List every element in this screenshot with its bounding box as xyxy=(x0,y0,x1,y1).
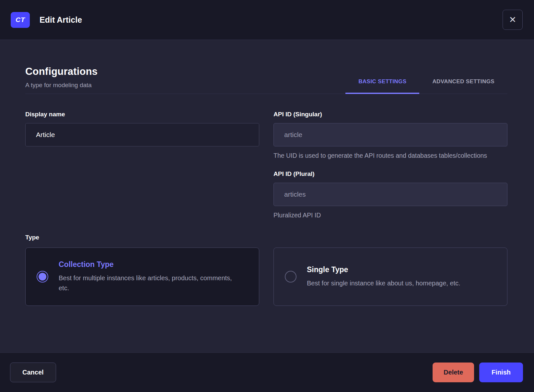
close-icon: ✕ xyxy=(509,16,517,24)
content-type-badge-icon: CT xyxy=(11,12,30,28)
display-name-label: Display name xyxy=(25,111,259,118)
api-id-singular-label: API ID (Singular) xyxy=(273,111,507,118)
type-section: Type Collection Type Best for multiple i… xyxy=(25,234,507,306)
type-option-description: Best for single instance like about us, … xyxy=(307,278,460,288)
edit-content-type-modal: CT Edit Article ✕ Configurations A type … xyxy=(0,0,534,392)
modal-title: Edit Article xyxy=(40,15,82,25)
close-button[interactable]: ✕ xyxy=(503,10,523,30)
api-id-plural-hint: Pluralized API ID xyxy=(273,210,487,220)
type-option-title: Single Type xyxy=(307,265,460,274)
type-option-text: Single Type Best for single instance lik… xyxy=(307,265,460,288)
modal-footer: Cancel Delete Finish xyxy=(0,352,534,392)
settings-tabs: BASIC SETTINGS ADVANCED SETTINGS xyxy=(345,73,507,94)
type-option-collection[interactable]: Collection Type Best for multiple instan… xyxy=(25,248,259,306)
api-id-plural-label: API ID (Plural) xyxy=(273,170,507,178)
type-cards: Collection Type Best for multiple instan… xyxy=(25,248,507,306)
type-option-text: Collection Type Best for multiple instan… xyxy=(59,260,240,293)
radio-selected-icon[interactable] xyxy=(37,271,48,282)
api-id-plural-field: API ID (Plural) Pluralized API ID xyxy=(273,170,507,220)
modal-header: CT Edit Article ✕ xyxy=(0,0,534,40)
page-title: Configurations xyxy=(25,66,98,77)
heading-row: Configurations A type for modeling data … xyxy=(25,40,507,94)
api-id-singular-hint: The UID is used to generate the API rout… xyxy=(273,151,487,161)
type-option-single[interactable]: Single Type Best for single instance lik… xyxy=(273,248,507,306)
modal-body: Configurations A type for modeling data … xyxy=(0,40,534,352)
tab-basic-settings[interactable]: BASIC SETTINGS xyxy=(345,73,419,94)
finish-button[interactable]: Finish xyxy=(479,363,523,382)
form-column-left: Display name xyxy=(25,111,259,220)
type-option-description: Best for multiple instances like article… xyxy=(59,273,240,293)
form-column-right: API ID (Singular) The UID is used to gen… xyxy=(273,111,507,220)
type-label: Type xyxy=(25,234,507,241)
page-subtitle: A type for modeling data xyxy=(25,82,98,89)
display-name-input[interactable] xyxy=(25,123,259,146)
api-id-plural-input xyxy=(273,183,507,206)
type-option-title: Collection Type xyxy=(59,260,240,269)
radio-unselected-icon[interactable] xyxy=(285,271,296,282)
cancel-button[interactable]: Cancel xyxy=(10,363,56,382)
form-grid: Display name API ID (Singular) The UID i… xyxy=(25,111,507,220)
heading-block: Configurations A type for modeling data xyxy=(25,66,98,89)
delete-button[interactable]: Delete xyxy=(433,363,474,382)
tab-advanced-settings[interactable]: ADVANCED SETTINGS xyxy=(419,73,507,94)
api-id-singular-input xyxy=(273,123,507,146)
api-id-singular-field: API ID (Singular) The UID is used to gen… xyxy=(273,111,507,161)
